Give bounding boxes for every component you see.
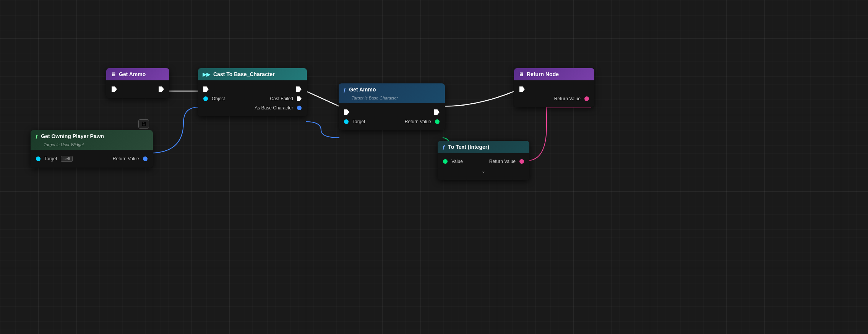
node-get-ammo-2-title: Get Ammo (349, 86, 376, 93)
node-cast-title: Cast To Base_Character (213, 71, 275, 77)
cast-failed-pin[interactable] (297, 96, 302, 101)
wire-exec-3 (443, 91, 515, 106)
node-get-ammo-1-header: 🖥 Get Ammo (106, 68, 169, 80)
wire-exec-2 (306, 91, 339, 106)
to-text-value-label: Value (451, 159, 463, 164)
node-cast-body: Object Cast Failed As Base Character (198, 80, 307, 116)
as-base-char-pin[interactable] (297, 106, 302, 110)
node-get-owning: 🖥 ƒ Get Owning Player Pawn Target is Use… (31, 130, 153, 168)
node-get-ammo-2-subtitle: Target is Base Character (352, 96, 398, 100)
node-return-body: Return Value (514, 80, 594, 107)
node-get-ammo-2-row-target: Target Return Value (339, 117, 445, 126)
owning-target-label: Target (44, 156, 57, 161)
wire-pink-1 (527, 107, 591, 161)
ammo2-target-pin[interactable] (344, 119, 349, 124)
owning-return-pin[interactable] (143, 156, 148, 161)
ammo2-return-pin[interactable] (435, 119, 440, 124)
cast-icon: ▶▶ (203, 72, 210, 77)
return-value-pin[interactable] (584, 96, 589, 101)
node-cast-header: ▶▶ Cast To Base_Character (198, 68, 307, 80)
ammo2-return-label: Return Value (405, 119, 431, 124)
monitor-icon-return: 🖥 (519, 72, 524, 77)
ammo2-exec-in[interactable] (344, 109, 349, 115)
monitor-floating-icon: 🖥 (138, 119, 149, 129)
to-text-return-pin[interactable] (519, 159, 524, 164)
owning-target-pin[interactable] (36, 156, 41, 161)
node-owning-row-target: Target self Return Value (31, 154, 153, 164)
to-text-value-pin[interactable] (443, 159, 448, 164)
wire-cyan-1 (150, 107, 199, 153)
ammo2-exec-out[interactable] (434, 109, 440, 115)
node-get-ammo-1-exec (106, 84, 169, 94)
func-icon-to-text: ƒ (442, 144, 445, 150)
node-get-ammo-2-body: Target Return Value (339, 103, 445, 130)
node-cast-row-base: As Base Character (198, 103, 307, 112)
node-owning-header: ƒ Get Owning Player Pawn Target is User … (31, 130, 153, 150)
exec-out-pin-1[interactable] (159, 86, 164, 92)
node-return-header: 🖥 Return Node (514, 68, 594, 80)
node-cast-row-object: Object Cast Failed (198, 94, 307, 103)
node-to-text-row: Value Return Value (438, 157, 529, 166)
wire-blue-1 (306, 122, 339, 138)
node-get-ammo-1-body (106, 80, 169, 98)
node-return: 🖥 Return Node Return Value (514, 68, 594, 107)
cast-object-pin[interactable] (203, 96, 208, 101)
exec-in-pin-1[interactable] (112, 86, 117, 92)
chevron-down-icon: ⌄ (481, 168, 486, 174)
node-to-text-body: Value Return Value ⌄ (438, 153, 529, 180)
owning-return-label: Return Value (113, 156, 139, 161)
node-owning-body: Target self Return Value (31, 150, 153, 168)
to-text-return-label: Return Value (489, 159, 516, 164)
node-return-title: Return Node (527, 71, 559, 77)
node-return-exec (514, 84, 594, 94)
node-get-ammo-2-header: ƒ Get Ammo Target is Base Character (339, 83, 445, 103)
node-get-ammo-2: ƒ Get Ammo Target is Base Character Targ… (339, 83, 445, 130)
return-value-label: Return Value (554, 96, 581, 101)
node-get-ammo-1-title: Get Ammo (119, 71, 146, 77)
node-to-text: ƒ To Text (Integer) Value Return Value ⌄ (438, 141, 529, 180)
node-cast-exec (198, 84, 307, 94)
owning-self-badge: self (61, 156, 73, 162)
as-base-char-label: As Base Character (255, 105, 293, 111)
node-return-row: Return Value (514, 94, 594, 103)
return-exec-in[interactable] (519, 86, 525, 92)
cast-failed-label: Cast Failed (270, 96, 293, 101)
node-get-ammo-2-exec (339, 107, 445, 117)
node-get-ammo-1: 🖥 Get Ammo (106, 68, 169, 98)
node-to-text-title: To Text (Integer) (448, 144, 489, 150)
cast-object-label: Object (212, 96, 225, 101)
func-icon-owning: ƒ (35, 134, 38, 139)
cast-exec-out[interactable] (296, 86, 302, 92)
node-owning-subtitle: Target is User Widget (44, 142, 84, 147)
node-cast-to-base: ▶▶ Cast To Base_Character Object Cast Fa… (198, 68, 307, 116)
node-owning-title: Get Owning Player Pawn (41, 133, 104, 139)
ammo2-target-label: Target (352, 119, 365, 124)
cast-exec-in[interactable] (203, 86, 209, 92)
node-to-text-chevron[interactable]: ⌄ (438, 166, 529, 176)
node-to-text-header: ƒ To Text (Integer) (438, 141, 529, 153)
func-icon-2: ƒ (343, 87, 346, 93)
monitor-icon-1: 🖥 (111, 72, 116, 77)
